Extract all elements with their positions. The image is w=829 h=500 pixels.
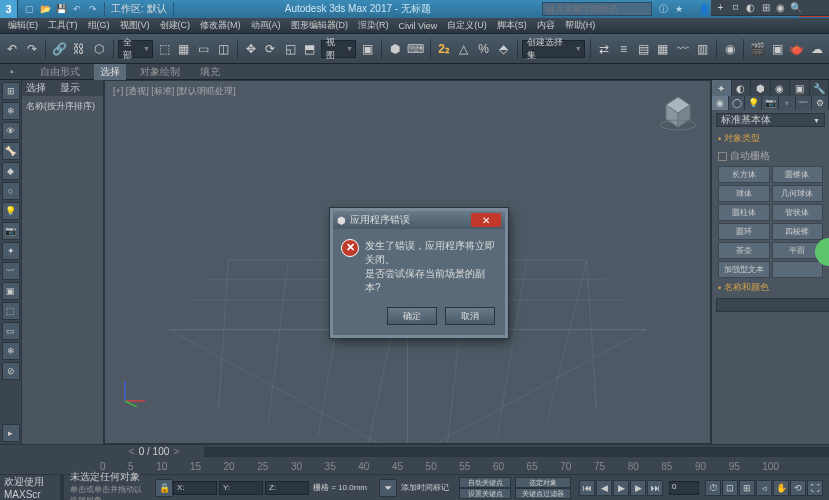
render-setup-button[interactable]: 🎬 <box>749 39 766 59</box>
link-button[interactable]: 🔗 <box>51 39 68 59</box>
menu-view[interactable]: 视图(V) <box>116 19 154 32</box>
prim-tube[interactable]: 管状体 <box>772 204 824 221</box>
z-coord[interactable]: Z: <box>265 481 309 495</box>
unlink-button[interactable]: ⛓ <box>71 39 88 59</box>
next-frame-button[interactable]: ▶ <box>630 480 646 496</box>
section-namecolor[interactable]: 名称和颜色 <box>712 279 829 296</box>
tab-freeform[interactable]: 自由形式 <box>34 64 86 80</box>
hidden-icon[interactable]: ⊘ <box>2 362 20 380</box>
hide-icon[interactable]: 👁 <box>2 122 20 140</box>
redo-button[interactable]: ↷ <box>24 39 41 59</box>
prim-torus[interactable]: 圆环 <box>718 223 770 240</box>
object-name-input[interactable] <box>716 298 829 312</box>
undo-icon[interactable]: ↶ <box>70 2 84 16</box>
search-vp-icon[interactable]: 🔍 <box>789 1 802 14</box>
setkey-button[interactable]: 设置关键点 <box>459 488 511 499</box>
prim-box[interactable]: 长方体 <box>718 166 770 183</box>
tab-populate[interactable]: 填充 <box>194 64 226 80</box>
modify-tab[interactable]: ◐ <box>732 80 752 96</box>
material-editor-button[interactable]: ◉ <box>721 39 738 59</box>
systems-subtab[interactable]: ⚙ <box>812 96 829 110</box>
view-cube[interactable] <box>656 87 700 131</box>
shapes-subtab[interactable]: ◯ <box>729 96 746 110</box>
section-objecttype[interactable]: 对象类型 <box>712 130 829 147</box>
named-selection-set[interactable]: 创建选择集 <box>522 40 584 58</box>
curve-editor-button[interactable]: 〰 <box>674 39 691 59</box>
utilities-tab[interactable]: 🔧 <box>810 80 830 96</box>
add-icon[interactable]: + <box>714 1 727 14</box>
fov-button[interactable]: ◃ <box>756 480 772 496</box>
prim-cone[interactable]: 圆锥体 <box>772 166 824 183</box>
time-tag-button[interactable]: ⏷ <box>379 479 397 497</box>
frozen-icon[interactable]: ❄ <box>2 342 20 360</box>
move-button[interactable]: ✥ <box>242 39 259 59</box>
dialog-close-button[interactable]: ✕ <box>471 213 501 227</box>
selset-dropdown[interactable]: 选定对象 <box>515 477 571 488</box>
motion-tab[interactable]: ◉ <box>771 80 791 96</box>
helpers-subtab[interactable]: ▫ <box>779 96 796 110</box>
time-config-button[interactable]: ⏱ <box>705 480 721 496</box>
freeze-icon[interactable]: ❄ <box>2 102 20 120</box>
scale-button[interactable]: ◱ <box>282 39 299 59</box>
menu-anim[interactable]: 动画(A) <box>247 19 285 32</box>
cameras-subtab[interactable]: 📷 <box>762 96 779 110</box>
expand-icon[interactable]: ▸ <box>2 424 20 442</box>
tab-select[interactable]: 选择 <box>26 81 46 95</box>
menu-content[interactable]: 内容 <box>533 19 559 32</box>
time-slider[interactable]: <0 / 100> <box>0 444 829 458</box>
place-tool[interactable]: ⬒ <box>302 39 319 59</box>
display-tab[interactable]: ▣ <box>790 80 810 96</box>
pan-button[interactable]: ✋ <box>773 480 789 496</box>
search-box[interactable] <box>542 2 652 16</box>
maxscript-label[interactable]: MAXScr <box>4 489 56 500</box>
light-icon[interactable]: 💡 <box>2 202 20 220</box>
tab-objectpaint[interactable]: 对象绘制 <box>134 64 186 80</box>
brackets-icon[interactable]: ⌑ <box>729 1 742 14</box>
layer-button[interactable]: ▤ <box>635 39 652 59</box>
manipulate-button[interactable]: ⬢ <box>386 39 403 59</box>
app-logo[interactable]: 3 <box>0 0 18 18</box>
angle-snap-button[interactable]: △ <box>455 39 472 59</box>
render-frame-button[interactable]: ▣ <box>769 39 786 59</box>
shape-icon[interactable]: ○ <box>2 182 20 200</box>
align-button[interactable]: ≡ <box>615 39 632 59</box>
edge-icon[interactable]: ⊞ <box>759 1 772 14</box>
menu-help[interactable]: 帮助(H) <box>561 19 600 32</box>
menu-custom[interactable]: 自定义(U) <box>443 19 491 32</box>
render-button[interactable]: 🫖 <box>788 39 805 59</box>
autokey-button[interactable]: 自动关键点 <box>459 477 511 488</box>
time-slider-handle[interactable]: <0 / 100> <box>104 446 204 457</box>
menu-edit[interactable]: 编辑(E) <box>4 19 42 32</box>
camera-icon[interactable]: 📷 <box>2 222 20 240</box>
mirror-button[interactable]: ⇄ <box>595 39 612 59</box>
bone-icon[interactable]: 🦴 <box>2 142 20 160</box>
menu-modifier[interactable]: 修改器(M) <box>196 19 245 32</box>
undo-button[interactable]: ↶ <box>4 39 21 59</box>
workspace-selector[interactable]: 工作区: 默认 <box>104 2 174 16</box>
menu-group[interactable]: 组(G) <box>84 19 114 32</box>
tab-display[interactable]: 显示 <box>60 81 80 95</box>
prim-textplus[interactable]: 加强型文本 <box>718 261 770 278</box>
prim-pyramid[interactable]: 四棱锥 <box>772 223 824 240</box>
toggle-ribbon-button[interactable]: ▦ <box>655 39 672 59</box>
prim-teapot[interactable]: 茶壶 <box>718 242 770 259</box>
prim-cylinder[interactable]: 圆柱体 <box>718 204 770 221</box>
container-icon[interactable]: ▭ <box>2 322 20 340</box>
keyfilter-button[interactable]: 关键点过滤器 <box>515 488 571 499</box>
redo-icon[interactable]: ↷ <box>86 2 100 16</box>
create-tab[interactable]: ✦ <box>712 80 732 96</box>
scene-explorer-icon[interactable]: ⊞ <box>2 82 20 100</box>
star-icon[interactable]: ★ <box>672 2 686 16</box>
play-button[interactable]: ▶ <box>613 480 629 496</box>
current-frame-input[interactable]: 0 <box>669 481 699 495</box>
add-time-tag[interactable]: 添加时间标记 <box>397 482 457 493</box>
menu-render[interactable]: 渲染(R) <box>354 19 393 32</box>
spacewarps-subtab[interactable]: 〰 <box>796 96 813 110</box>
prev-frame-button[interactable]: ◀ <box>596 480 612 496</box>
spacewarp-icon[interactable]: 〰 <box>2 262 20 280</box>
cancel-button[interactable]: 取消 <box>445 307 495 325</box>
rotate-button[interactable]: ⟳ <box>262 39 279 59</box>
ribbon-toggle[interactable]: ▪ <box>4 65 26 78</box>
geometry-icon[interactable]: ◆ <box>2 162 20 180</box>
lock-button[interactable]: 🔒 <box>155 479 173 497</box>
